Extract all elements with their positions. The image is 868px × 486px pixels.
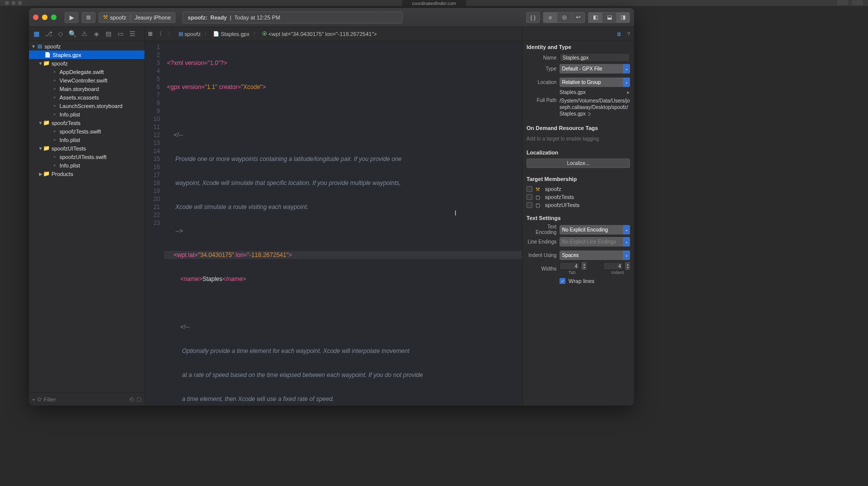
scheme-selector[interactable]: ⚒ spoofz Jeauxy iPhone (98, 12, 176, 23)
chevron-down-icon: ⌄ (623, 225, 630, 234)
toggle-inspector-button[interactable]: ◨ (616, 12, 630, 23)
reveal-icon[interactable]: ➲ (587, 111, 591, 116)
help-inspector-tab[interactable]: ? (627, 31, 630, 37)
status-project: spoofz: (188, 14, 208, 20)
browser-tab-title[interactable]: coordinatesfinder.com (402, 0, 466, 7)
text-cursor-icon: I (454, 209, 456, 217)
standard-editor-button[interactable]: ≡ (543, 12, 557, 23)
chevron-down-icon: ⌄ (623, 237, 630, 246)
tabs-icon[interactable] (852, 0, 863, 5)
find-navigator-tab[interactable]: 🔍 (67, 29, 78, 39)
checkbox[interactable] (526, 194, 532, 200)
text-settings-header: Text Settings (526, 215, 630, 221)
indent-stepper[interactable]: ▴▾ (625, 262, 630, 270)
browser-right-buttons (837, 0, 863, 5)
location-select[interactable]: Relative to Group⌄ (560, 78, 630, 87)
jump-symbol[interactable]: ⦿<wpt lat="34.0430175" lon="-118.2672541… (261, 30, 378, 38)
widths-label: Widths (526, 266, 556, 272)
add-icon[interactable]: + (32, 396, 35, 402)
issue-navigator-tab[interactable]: ⚠ (79, 29, 90, 39)
indent-width-field[interactable]: 4 (603, 262, 623, 270)
code-editor[interactable]: 1234567891011121314151617181920212223 <?… (145, 41, 522, 406)
tree-file[interactable]: ▫LaunchScreen.storyboard (29, 102, 144, 110)
debug-navigator-tab[interactable]: ▤ (103, 29, 114, 39)
test-navigator-tab[interactable]: ◈ (91, 29, 102, 39)
tree-folder[interactable]: ▼📁spoofz (29, 59, 144, 68)
minimize-icon[interactable] (42, 14, 48, 20)
file-inspector-tab[interactable]: 🗎 (616, 31, 622, 37)
tree-file[interactable]: ▫AppDelegate.swift (29, 68, 144, 76)
share-icon[interactable] (837, 0, 848, 5)
project-tree: ▼▤spoofz 📄Staples.gpx ▼📁spoofz ▫AppDeleg… (29, 41, 144, 392)
navigator-tabs: ▦ ⎇ ◇ 🔍 ⚠ ◈ ▤ ▭ ☰ (29, 27, 144, 41)
type-select[interactable]: Default - GPX File⌄ (560, 64, 630, 74)
checkbox[interactable] (526, 202, 532, 208)
target-row[interactable]: ▢spoofzTests (526, 193, 630, 201)
window-controls (33, 14, 56, 20)
scm-filter-icon[interactable]: ▢ (136, 396, 142, 402)
tab-sublabel: Tab (560, 270, 584, 275)
endings-select[interactable]: No Explicit Line Endings⌄ (560, 237, 630, 246)
jump-project[interactable]: ▤spoofz (178, 30, 202, 38)
odr-header: On Demand Resource Tags (526, 125, 630, 131)
tab-width-field[interactable]: 4 (560, 262, 580, 270)
tree-file[interactable]: ▫Info.plist (29, 161, 144, 170)
folder-picker-icon[interactable]: ▸ (627, 89, 630, 96)
tree-folder[interactable]: ▼📁spoofzTests (29, 118, 144, 127)
forward-icon[interactable]: 〉 (166, 30, 176, 38)
tree-file[interactable]: ▫spoofzTests.swift (29, 127, 144, 136)
toggle-navigator-button[interactable]: ◧ (588, 12, 602, 23)
identity-header: Identity and Type (526, 44, 630, 50)
toolbar: ▶ ⚒ spoofz Jeauxy iPhone spoofz: Ready |… (29, 8, 634, 27)
related-items-icon[interactable]: ⊞ (148, 30, 152, 37)
breakpoint-navigator-tab[interactable]: ▭ (115, 29, 126, 39)
filter-input[interactable] (44, 396, 128, 402)
inspector-tabs: 🗎 ? (522, 27, 634, 41)
tree-file[interactable]: ▫Main.storyboard (29, 84, 144, 93)
target-row[interactable]: ⚒spoofz (526, 185, 630, 193)
back-icon[interactable]: 〈 (154, 30, 164, 38)
tree-file[interactable]: ▫Info.plist (29, 110, 144, 118)
recent-icon[interactable]: ◴ (130, 396, 134, 402)
run-button[interactable]: ▶ (64, 12, 78, 23)
stop-button[interactable] (82, 12, 96, 23)
tree-file-selected[interactable]: 📄Staples.gpx (29, 50, 144, 59)
tree-file[interactable]: ▫Assets.xcassets (29, 93, 144, 102)
toggle-debug-button[interactable]: ⬓ (602, 12, 616, 23)
tab-stepper[interactable]: ▴▾ (582, 262, 586, 270)
localize-button[interactable]: Localize... (526, 158, 630, 168)
report-navigator-tab[interactable]: ☰ (127, 29, 138, 39)
version-editor-button[interactable]: ↩ (571, 12, 585, 23)
name-field[interactable]: Staples.gpx (560, 53, 630, 62)
indent-using-select[interactable]: Spaces⌄ (560, 250, 630, 260)
zoom-icon[interactable] (51, 14, 56, 20)
navigator-panel: ▦ ⎇ ◇ 🔍 ⚠ ◈ ▤ ▭ ☰ ▼▤spoofz 📄Staples.gpx … (29, 27, 145, 406)
close-icon[interactable] (33, 14, 38, 20)
status-sep: | (230, 14, 232, 20)
project-navigator-tab[interactable]: ▦ (31, 29, 42, 39)
wrap-lines-checkbox[interactable]: ✓ (560, 278, 566, 284)
device-name: Jeauxy iPhone (134, 14, 170, 20)
tree-folder[interactable]: ▼📁spoofzUITests (29, 144, 144, 152)
bundle-icon: ▢ (536, 202, 542, 208)
location-label: Location (526, 80, 556, 85)
tree-folder[interactable]: ▶📁Products (29, 170, 144, 178)
source-control-tab[interactable]: ⎇ (43, 29, 54, 39)
fullpath-value: /System/Volumes/Data/Users/joseph.callaw… (560, 98, 630, 117)
jump-file[interactable]: 📄Staples.gpx (212, 30, 250, 38)
jump-bar[interactable]: ⊞ 〈 〉 ▤spoofz 〉 📄Staples.gpx 〉 ⦿<wpt lat… (145, 27, 522, 41)
tree-file[interactable]: ▫ViewController.swift (29, 76, 144, 84)
encoding-select[interactable]: No Explicit Encoding⌄ (560, 225, 630, 234)
tree-file[interactable]: ▫Info.plist (29, 136, 144, 144)
tree-file[interactable]: ▫spoofzUITests.swift (29, 152, 144, 161)
library-button[interactable]: { } (526, 12, 540, 23)
symbol-navigator-tab[interactable]: ◇ (55, 29, 66, 39)
filter-icon: ⊙ (37, 396, 42, 402)
checkbox[interactable] (526, 186, 532, 192)
name-label: Name (526, 55, 556, 60)
tree-root[interactable]: ▼▤spoofz (29, 42, 144, 50)
target-row[interactable]: ▢spoofzUITests (526, 201, 630, 209)
app-icon: ⚒ (536, 186, 542, 192)
status-time: Today at 12:25 PM (234, 14, 280, 20)
assistant-editor-button[interactable]: ◎ (557, 12, 571, 23)
